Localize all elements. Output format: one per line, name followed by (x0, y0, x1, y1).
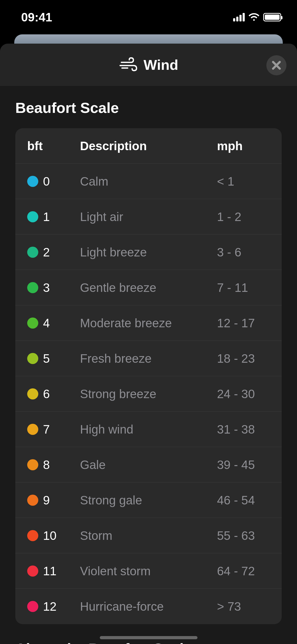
close-button[interactable] (266, 55, 286, 75)
bft-value: 5 (43, 351, 50, 366)
cell-description: Light air (80, 210, 217, 224)
bft-value: 4 (43, 316, 50, 330)
bft-value: 8 (43, 458, 50, 472)
bft-value: 12 (43, 599, 56, 614)
bft-value: 2 (43, 245, 50, 259)
cell-bft: 4 (27, 316, 80, 330)
cell-mph: 7 - 11 (217, 280, 270, 295)
bft-value: 0 (43, 174, 50, 188)
severity-dot-icon (27, 388, 38, 399)
cell-mph: 24 - 30 (217, 387, 270, 401)
cell-description: Gale (80, 458, 217, 472)
bft-value: 3 (43, 280, 50, 295)
bft-value: 6 (43, 387, 50, 401)
table-header-row: bft Description mph (15, 128, 282, 164)
table-row: 10 Storm 55 - 63 (15, 518, 282, 553)
wifi-icon (248, 12, 260, 22)
cell-mph: 46 - 54 (217, 493, 270, 507)
cell-description: Moderate breeze (80, 316, 217, 330)
section-title-beaufort: Beaufort Scale (15, 99, 282, 116)
table-row: 7 High wind 31 - 38 (15, 412, 282, 447)
severity-dot-icon (27, 176, 38, 187)
severity-dot-icon (27, 565, 38, 577)
severity-dot-icon (27, 424, 38, 435)
cell-description: Violent storm (80, 564, 217, 578)
cellular-signal-icon (233, 13, 245, 21)
header-description: Description (80, 139, 217, 153)
severity-dot-icon (27, 211, 38, 222)
close-icon (271, 60, 281, 70)
bft-value: 1 (43, 210, 50, 224)
status-bar: 09:41 (0, 0, 297, 34)
table-row: 6 Strong breeze 24 - 30 (15, 376, 282, 412)
cell-bft: 1 (27, 210, 80, 224)
cell-description: Fresh breeze (80, 351, 217, 366)
header-bft: bft (27, 139, 80, 153)
cell-bft: 2 (27, 245, 80, 259)
cell-description: Gentle breeze (80, 280, 217, 295)
battery-icon (263, 13, 281, 21)
cell-bft: 12 (27, 599, 80, 614)
severity-dot-icon (27, 247, 38, 258)
status-icons (233, 12, 281, 22)
home-indicator[interactable] (100, 636, 197, 639)
header-mph: mph (217, 139, 270, 153)
table-row: 11 Violent storm 64 - 72 (15, 553, 282, 589)
table-row: 4 Moderate breeze 12 - 17 (15, 305, 282, 341)
severity-dot-icon (27, 459, 38, 470)
cell-mph: 18 - 23 (217, 351, 270, 366)
sheet-title: Wind (144, 57, 178, 73)
cell-mph: 3 - 6 (217, 245, 270, 259)
table-row: 9 Strong gale 46 - 54 (15, 482, 282, 518)
table-row: 3 Gentle breeze 7 - 11 (15, 270, 282, 305)
sheet-title-group: Wind (119, 57, 178, 73)
cell-description: Hurricane-force (80, 599, 217, 614)
cell-description: Calm (80, 174, 217, 188)
cell-mph: 64 - 72 (217, 564, 270, 578)
cell-bft: 9 (27, 493, 80, 507)
severity-dot-icon (27, 353, 38, 364)
severity-dot-icon (27, 495, 38, 506)
bft-value: 10 (43, 528, 56, 543)
cell-mph: 1 - 2 (217, 210, 270, 224)
sheet-content[interactable]: Beaufort Scale bft Description mph 0 Cal… (0, 86, 297, 644)
status-time: 09:41 (21, 10, 52, 24)
table-row: 2 Light breeze 3 - 6 (15, 234, 282, 270)
severity-dot-icon (27, 282, 38, 293)
cell-mph: 12 - 17 (217, 316, 270, 330)
bft-value: 11 (43, 564, 56, 578)
cell-mph: < 1 (217, 174, 270, 188)
table-row: 8 Gale 39 - 45 (15, 447, 282, 482)
bft-value: 9 (43, 493, 50, 507)
table-row: 0 Calm < 1 (15, 164, 282, 199)
cell-bft: 5 (27, 351, 80, 366)
cell-bft: 10 (27, 528, 80, 543)
beaufort-table: bft Description mph 0 Calm < 1 1 Light a… (15, 128, 282, 624)
table-row: 1 Light air 1 - 2 (15, 199, 282, 234)
cell-bft: 11 (27, 564, 80, 578)
sheet-header: Wind (0, 44, 297, 86)
cell-description: Light breeze (80, 245, 217, 259)
wind-detail-sheet: Wind Beaufort Scale bft Description mph … (0, 44, 297, 644)
severity-dot-icon (27, 318, 38, 329)
bft-value: 7 (43, 422, 50, 436)
cell-bft: 6 (27, 387, 80, 401)
cell-bft: 7 (27, 422, 80, 436)
table-row: 12 Hurricane-force > 73 (15, 589, 282, 624)
cell-bft: 8 (27, 458, 80, 472)
severity-dot-icon (27, 530, 38, 541)
section-title-about: About the Beaufort Scale (15, 640, 282, 644)
wind-icon (119, 57, 138, 73)
table-row: 5 Fresh breeze 18 - 23 (15, 341, 282, 376)
severity-dot-icon (27, 601, 38, 612)
cell-mph: 55 - 63 (217, 528, 270, 543)
cell-bft: 0 (27, 174, 80, 188)
cell-mph: > 73 (217, 599, 270, 614)
cell-description: Storm (80, 528, 217, 543)
cell-mph: 31 - 38 (217, 422, 270, 436)
cell-description: Strong gale (80, 493, 217, 507)
cell-description: High wind (80, 422, 217, 436)
cell-mph: 39 - 45 (217, 458, 270, 472)
cell-description: Strong breeze (80, 387, 217, 401)
cell-bft: 3 (27, 280, 80, 295)
